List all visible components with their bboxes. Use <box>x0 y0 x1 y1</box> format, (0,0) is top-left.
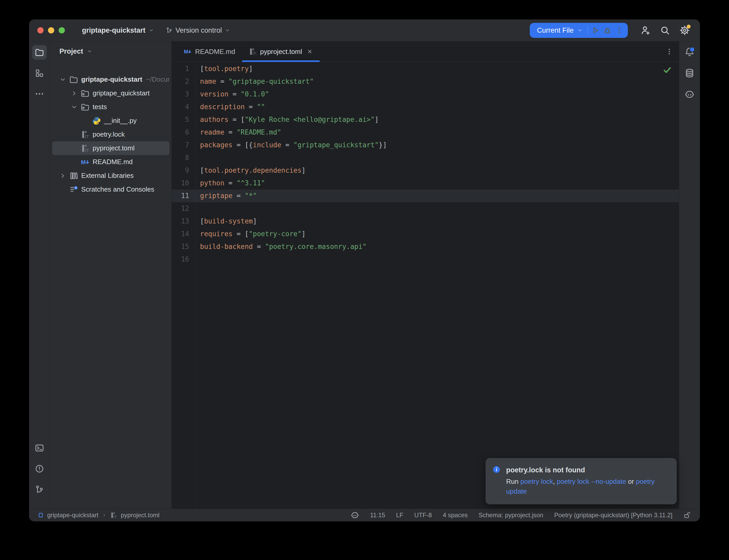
inspections-ok-icon[interactable] <box>663 66 672 74</box>
breadcrumb-project[interactable]: griptape-quickstart <box>47 512 98 519</box>
code-line-7[interactable]: 7packages = [{include = "griptape_quicks… <box>172 139 679 151</box>
tree-item-external-libraries[interactable]: External Libraries <box>52 169 169 183</box>
tree-item-tests[interactable]: tests <box>52 100 169 114</box>
line-ending-widget[interactable]: LF <box>396 512 404 519</box>
token: "griptape-quickstart" <box>228 78 314 85</box>
fullscreen-window-button[interactable] <box>59 27 65 33</box>
more-run-options-button[interactable] <box>613 24 625 36</box>
project-panel-title: Project <box>59 47 83 55</box>
more-tool-windows-button[interactable] <box>32 87 47 101</box>
encoding-widget[interactable]: UTF-8 <box>414 512 432 519</box>
problems-tool-button[interactable] <box>32 461 47 476</box>
toml-file-icon: [T] <box>81 144 89 153</box>
minimize-window-button[interactable] <box>48 27 54 33</box>
code-line-13[interactable]: 13[build-system] <box>172 215 679 228</box>
line-number: 7 <box>172 139 196 151</box>
tree-item-label: __init__.py <box>104 117 137 125</box>
vcs-widget[interactable]: Version control <box>166 26 230 34</box>
code-line-5[interactable]: 5authors = ["Kyle Roche <hello@griptape.… <box>172 113 679 126</box>
code-line-12[interactable]: 12 <box>172 202 679 215</box>
code-line-15[interactable]: 15build-backend = "poetry.core.masonry.a… <box>172 240 679 253</box>
structure-tool-button[interactable] <box>32 66 47 80</box>
token: packages <box>200 141 232 149</box>
tree-item-scratches-and-consoles[interactable]: Scratches and Consoles <box>52 183 169 196</box>
copilot-status-icon[interactable] <box>351 511 359 519</box>
breadcrumb-file[interactable]: pyproject.toml <box>121 512 159 519</box>
token: = <box>224 179 236 187</box>
line-number: 11 <box>172 190 196 202</box>
tree-item-griptape-quickstart[interactable]: griptape_quickstart <box>52 86 169 100</box>
version-control-tool-button[interactable] <box>32 482 47 497</box>
notification-link-poetry-lock[interactable]: poetry lock <box>521 478 553 485</box>
code-line-10[interactable]: 10python = "^3.11" <box>172 177 679 190</box>
pill-divider <box>588 26 588 35</box>
chevron-down-icon <box>225 28 230 33</box>
token: "0.1.0" <box>241 90 269 98</box>
settings-button[interactable] <box>677 23 692 38</box>
tree-chevron-icon <box>59 172 66 179</box>
vcs-label: Version control <box>176 26 222 34</box>
token: readme <box>200 128 224 136</box>
code-line-4[interactable]: 4description = "" <box>172 101 679 113</box>
tree-chevron-slot <box>71 90 81 97</box>
token: ] <box>249 65 253 73</box>
tree-item-init-py[interactable]: __init__.py <box>52 114 169 128</box>
token: = <box>224 128 236 136</box>
status-widgets: 11:15LFUTF-84 spacesSchema: pyproject.js… <box>351 511 691 519</box>
project-tool-button[interactable] <box>32 45 47 60</box>
code-line-3[interactable]: 3version = "0.1.0" <box>172 88 679 101</box>
interpreter-widget[interactable]: Poetry (griptape-quickstart) [Python 3.1… <box>554 512 672 519</box>
token: }] <box>379 141 387 149</box>
tree-item-pyproject-toml[interactable]: [T]pyproject.toml <box>52 141 169 155</box>
code-editor[interactable]: 1[tool.poetry]2name = "griptape-quicksta… <box>172 62 679 509</box>
database-icon <box>685 68 695 78</box>
code-line-2[interactable]: 2name = "griptape-quickstart" <box>172 75 679 88</box>
settings-badge-dot <box>687 25 691 29</box>
project-panel-header[interactable]: Project <box>50 44 171 59</box>
tree-item-readme-md[interactable]: MREADME.md <box>52 155 169 169</box>
project-widget[interactable]: griptape-quickstart <box>82 26 154 34</box>
tree-item-poetry-lock[interactable]: [T]poetry.lock <box>52 128 169 141</box>
close-window-button[interactable] <box>37 27 44 33</box>
code-text: requires = ["poetry-core"] <box>196 228 305 240</box>
search-everywhere-button[interactable] <box>657 23 672 38</box>
notification-popup: poetry.lock is not found Run poetry lock… <box>486 458 677 504</box>
token: "Kyle Roche <hello@griptape.ai>" <box>245 116 375 123</box>
indent-widget[interactable]: 4 spaces <box>443 512 468 519</box>
code-line-8[interactable]: 8 <box>172 151 679 164</box>
tab-label: pyproject.toml <box>260 48 302 56</box>
code-line-16[interactable]: 16 <box>172 253 679 266</box>
readonly-toggle[interactable] <box>683 512 691 519</box>
line-number: 10 <box>172 177 196 190</box>
database-tool-button[interactable] <box>682 66 697 80</box>
tree-item-griptape-quickstart[interactable]: griptape-quickstart~/Docume <box>52 73 169 86</box>
terminal-tool-button[interactable] <box>32 441 47 455</box>
line-number: 8 <box>172 151 196 164</box>
notification-link-poetry-lock-no-update[interactable]: poetry lock --no-update <box>557 478 626 485</box>
add-user-button[interactable] <box>638 23 653 38</box>
run-widget: Current File <box>530 23 628 38</box>
token: tool.poetry <box>204 65 249 73</box>
run-config-selector[interactable]: Current File <box>537 26 586 34</box>
close-icon[interactable] <box>307 48 313 55</box>
run-button[interactable] <box>589 24 601 36</box>
user-plus-icon <box>640 25 650 35</box>
tab-readme-md[interactable]: MREADME.md <box>177 41 242 62</box>
tab-pyproject-toml[interactable]: [T]pyproject.toml <box>242 41 320 62</box>
traffic-lights <box>37 27 65 33</box>
debug-button[interactable] <box>601 24 613 36</box>
terminal-icon <box>35 443 44 453</box>
editor-options-button[interactable] <box>665 48 673 55</box>
structure-icon <box>35 68 44 78</box>
notifications-button[interactable] <box>682 45 697 59</box>
token: [ <box>200 217 204 225</box>
caret-position-widget[interactable]: 11:15 <box>370 512 385 519</box>
markdown-file-icon: M <box>81 158 89 166</box>
json-schema-widget[interactable]: Schema: pyproject.json <box>479 512 543 519</box>
code-line-11[interactable]: 11griptape = "*" <box>172 190 679 202</box>
code-line-9[interactable]: 9[tool.poetry.dependencies] <box>172 164 679 177</box>
code-line-6[interactable]: 6readme = "README.md" <box>172 126 679 139</box>
code-line-1[interactable]: 1[tool.poetry] <box>172 62 679 75</box>
code-line-14[interactable]: 14requires = ["poetry-core"] <box>172 228 679 240</box>
ai-assistant-button[interactable] <box>682 87 697 102</box>
